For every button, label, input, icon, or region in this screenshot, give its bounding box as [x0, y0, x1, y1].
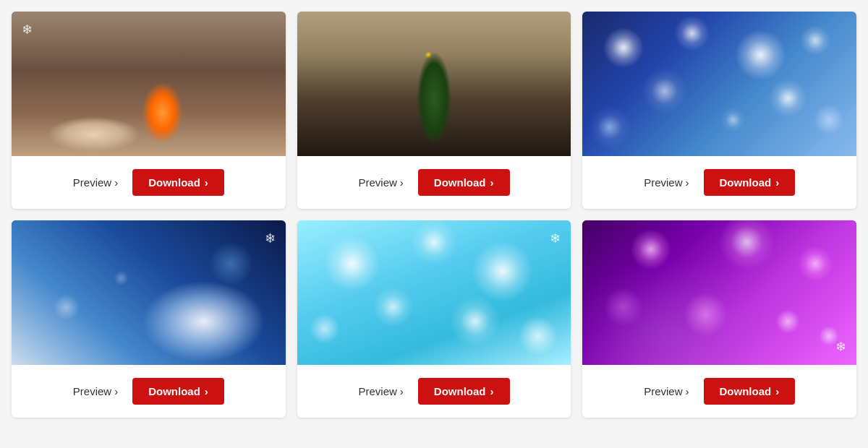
card-2-image [297, 12, 571, 156]
preview-link-6[interactable]: Preview › [644, 385, 689, 397]
preview-label-4: Preview [73, 385, 111, 397]
preview-chevron-3: › [686, 176, 689, 189]
preview-link-2[interactable]: Preview › [358, 176, 403, 189]
download-chevron-3: › [775, 176, 779, 189]
card-5-image: ❄ [297, 220, 571, 365]
download-label-3: Download [720, 176, 772, 189]
download-label-4: Download [148, 385, 200, 397]
preview-label-6: Preview [644, 385, 682, 397]
image-grid: ❄ Preview › Download › Preview › Downloa… [0, 0, 868, 429]
preview-link-4[interactable]: Preview › [73, 385, 118, 397]
card-1: ❄ Preview › Download › [12, 12, 286, 209]
snowflake-icon-5: ❄ [550, 231, 561, 246]
preview-chevron-6: › [686, 385, 689, 397]
card-1-image: ❄ [12, 12, 286, 156]
download-chevron-6: › [775, 385, 779, 397]
card-5-actions: Preview › Download › [297, 365, 571, 418]
download-chevron-2: › [490, 176, 494, 189]
download-button-2[interactable]: Download › [418, 169, 510, 196]
preview-link-3[interactable]: Preview › [644, 176, 689, 189]
card-4-actions: Preview › Download › [12, 365, 286, 418]
preview-link-1[interactable]: Preview › [73, 176, 118, 189]
card-2-actions: Preview › Download › [297, 156, 571, 209]
card-1-actions: Preview › Download › [12, 156, 286, 209]
download-label-6: Download [720, 385, 772, 397]
card-2: Preview › Download › [297, 12, 571, 209]
card-6-actions: Preview › Download › [582, 365, 856, 418]
download-button-5[interactable]: Download › [418, 378, 510, 405]
card-6-image: ❄ [582, 220, 856, 365]
card-3-actions: Preview › Download › [582, 156, 856, 209]
preview-label-3: Preview [644, 176, 682, 189]
card-4-image: ❄ [12, 220, 286, 365]
preview-label-5: Preview [358, 385, 396, 397]
download-label-2: Download [434, 176, 486, 189]
download-label-5: Download [434, 385, 486, 397]
card-4: ❄ Preview › Download › [12, 220, 286, 418]
preview-link-5[interactable]: Preview › [358, 385, 403, 397]
preview-chevron-1: › [114, 176, 118, 189]
download-label-1: Download [148, 176, 200, 189]
download-chevron-4: › [205, 385, 208, 397]
download-button-4[interactable]: Download › [132, 378, 224, 405]
preview-label-2: Preview [358, 176, 396, 189]
snowflake-icon-4: ❄ [265, 231, 276, 246]
snowflake-icon-1: ❄ [22, 22, 33, 38]
card-3: Preview › Download › [582, 12, 856, 209]
snowflake-icon-6: ❄ [835, 339, 846, 355]
card-6: ❄ Preview › Download › [582, 220, 856, 418]
download-chevron-1: › [205, 176, 208, 189]
download-chevron-5: › [490, 385, 494, 397]
preview-chevron-5: › [400, 385, 404, 397]
download-button-1[interactable]: Download › [132, 169, 224, 196]
preview-chevron-2: › [400, 176, 404, 189]
download-button-3[interactable]: Download › [704, 169, 796, 196]
preview-label-1: Preview [73, 176, 111, 189]
preview-chevron-4: › [114, 385, 118, 397]
download-button-6[interactable]: Download › [704, 378, 796, 405]
card-3-image [582, 12, 856, 156]
card-5: ❄ Preview › Download › [297, 220, 571, 418]
